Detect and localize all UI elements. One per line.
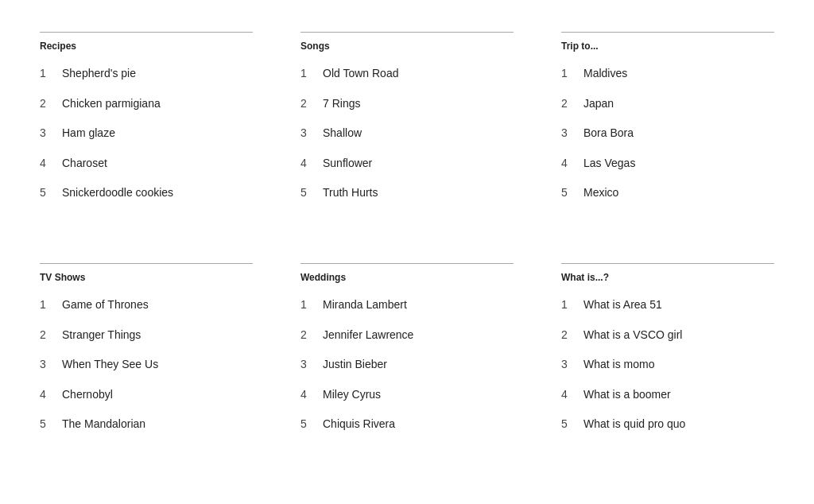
list-number: 4	[40, 156, 62, 172]
list-item: 2Stranger Things	[40, 328, 253, 343]
panel-title-weddings: Weddings	[300, 263, 514, 283]
list-text: Chernobyl	[62, 387, 113, 403]
list-text: Truth Hurts	[323, 185, 378, 201]
list-number: 3	[40, 357, 62, 373]
list-number: 4	[300, 156, 323, 172]
list-item: 1Maldives	[561, 66, 774, 82]
list-item: 3When They See Us	[40, 357, 253, 373]
list-item: 3Bora Bora	[561, 126, 774, 142]
panel-title-trip-to: Trip to...	[561, 32, 774, 52]
list-number: 2	[40, 96, 62, 112]
list-text: Chiquis Rivera	[323, 417, 395, 432]
list-text: Snickerdoodle cookies	[62, 185, 173, 201]
list-item: 5Mexico	[561, 185, 774, 201]
list-text: Miranda Lambert	[323, 297, 407, 313]
list-item: 4Miley Cyrus	[300, 387, 514, 403]
list-item: 2What is a VSCO girl	[561, 328, 774, 343]
list-item: 3Ham glaze	[40, 126, 253, 142]
list-item: 2Jennifer Lawrence	[300, 328, 514, 343]
list-item: 4Sunflower	[300, 156, 514, 172]
list-number: 3	[300, 126, 323, 142]
list-item: 4Las Vegas	[561, 156, 774, 172]
list-number: 4	[40, 387, 62, 403]
list-text: Sunflower	[323, 156, 372, 172]
list-item: 3Justin Bieber	[300, 357, 514, 373]
list-item: 5What is quid pro quo	[561, 417, 774, 432]
list-text: Stranger Things	[62, 328, 141, 343]
panel-title-tv-shows: TV Shows	[40, 263, 253, 283]
list-number: 2	[561, 96, 583, 112]
list-item: 5The Mandalorian	[40, 417, 253, 432]
list-text: Game of Thrones	[62, 297, 149, 313]
list-number: 3	[40, 126, 62, 142]
panel-songs: Songs1Old Town Road27 Rings3Shallow4Sunf…	[277, 16, 537, 247]
list-text: What is quid pro quo	[583, 417, 685, 432]
panel-title-what-is: What is...?	[561, 263, 774, 283]
list-text: Japan	[583, 96, 614, 112]
list-item: 4Charoset	[40, 156, 253, 172]
list-text: Jennifer Lawrence	[323, 328, 413, 343]
list-text: What is a boomer	[583, 387, 671, 403]
list-number: 2	[300, 328, 323, 343]
list-text: What is momo	[583, 357, 654, 373]
list-text: Justin Bieber	[323, 357, 387, 373]
list-number: 3	[561, 357, 583, 373]
list-item: 1Miranda Lambert	[300, 297, 514, 313]
list-item: 2Japan	[561, 96, 774, 112]
list-number: 1	[40, 66, 62, 82]
list-number: 2	[300, 96, 323, 112]
list-number: 5	[40, 417, 62, 432]
list-number: 5	[561, 185, 583, 201]
list-number: 4	[300, 387, 323, 403]
list-number: 1	[300, 66, 323, 82]
list-number: 5	[561, 417, 583, 432]
list-text: Maldives	[583, 66, 627, 82]
list-item: 3What is momo	[561, 357, 774, 373]
panel-title-songs: Songs	[300, 32, 514, 52]
list-number: 5	[300, 185, 323, 201]
list-item: 1Shepherd's pie	[40, 66, 253, 82]
main-grid: Recipes1Shepherd's pie2Chicken parmigian…	[16, 16, 798, 479]
list-item: 1What is Area 51	[561, 297, 774, 313]
list-number: 1	[300, 297, 323, 313]
list-item: 4Chernobyl	[40, 387, 253, 403]
list-text: Old Town Road	[323, 66, 398, 82]
panel-weddings: Weddings1Miranda Lambert2Jennifer Lawren…	[277, 247, 537, 479]
list-text: Chicken parmigiana	[62, 96, 161, 112]
list-item: 5Truth Hurts	[300, 185, 514, 201]
list-text: What is a VSCO girl	[583, 328, 682, 343]
list-text: Las Vegas	[583, 156, 635, 172]
list-text: Bora Bora	[583, 126, 634, 142]
panel-trip-to: Trip to...1Maldives2Japan3Bora Bora4Las …	[537, 16, 798, 247]
list-text: Ham glaze	[62, 126, 115, 142]
list-text: Mexico	[583, 185, 618, 201]
list-number: 2	[561, 328, 583, 343]
panel-what-is: What is...?1What is Area 512What is a VS…	[537, 247, 798, 479]
list-number: 3	[300, 357, 323, 373]
list-item: 5Chiquis Rivera	[300, 417, 514, 432]
list-item: 27 Rings	[300, 96, 514, 112]
panel-tv-shows: TV Shows1Game of Thrones2Stranger Things…	[16, 247, 277, 479]
list-text: When They See Us	[62, 357, 158, 373]
list-number: 5	[40, 185, 62, 201]
panel-title-recipes: Recipes	[40, 32, 253, 52]
list-text: What is Area 51	[583, 297, 662, 313]
list-item: 1Game of Thrones	[40, 297, 253, 313]
panel-recipes: Recipes1Shepherd's pie2Chicken parmigian…	[16, 16, 277, 247]
list-item: 5Snickerdoodle cookies	[40, 185, 253, 201]
list-text: Shepherd's pie	[62, 66, 136, 82]
list-item: 4What is a boomer	[561, 387, 774, 403]
list-text: Charoset	[62, 156, 107, 172]
list-text: Miley Cyrus	[323, 387, 381, 403]
list-number: 2	[40, 328, 62, 343]
list-text: Shallow	[323, 126, 362, 142]
list-item: 2Chicken parmigiana	[40, 96, 253, 112]
list-number: 1	[561, 297, 583, 313]
list-number: 4	[561, 387, 583, 403]
list-text: The Mandalorian	[62, 417, 145, 432]
list-number: 3	[561, 126, 583, 142]
list-item: 3Shallow	[300, 126, 514, 142]
list-number: 4	[561, 156, 583, 172]
list-number: 1	[561, 66, 583, 82]
list-text: 7 Rings	[323, 96, 360, 112]
